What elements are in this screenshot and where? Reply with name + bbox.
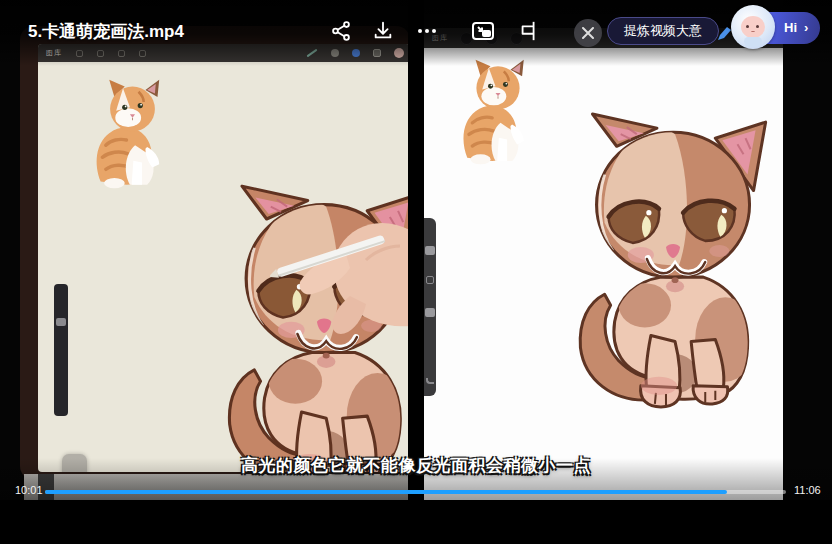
assistant-greeting: Hi — [784, 20, 797, 35]
chevron-right-icon: › — [804, 20, 808, 35]
modify-button-icon — [426, 276, 434, 284]
video-player: 图库 — [0, 0, 832, 544]
download-button[interactable] — [370, 18, 396, 44]
close-button[interactable] — [574, 19, 602, 47]
ipad-screen: 图库 — [38, 44, 410, 472]
summarize-video-button[interactable]: 提炼视频大意 — [607, 17, 719, 45]
reference-kitten-photo — [85, 78, 180, 190]
pencil-icon[interactable] — [716, 26, 732, 42]
cast-button[interactable] — [516, 18, 542, 44]
assistant-entry[interactable]: Hi › — [734, 12, 820, 44]
share-icon — [330, 20, 352, 42]
assistant-avatar — [731, 5, 775, 49]
video-content[interactable]: 图库 — [0, 0, 832, 500]
control-bar: 倍速 SVIP 超清 字幕 SVIP 查找 — [0, 500, 832, 544]
total-duration: 11:06 — [794, 484, 821, 496]
reference-kitten-photo — [452, 58, 544, 166]
more-options-button[interactable] — [414, 18, 440, 44]
top-overlay-bar: 5.卡通萌宠画法.mp4 — [0, 0, 832, 66]
assistant-body — [744, 37, 762, 47]
close-icon — [582, 27, 594, 39]
undo-icon — [426, 378, 434, 384]
screen-recording-view: 图库 — [424, 0, 783, 500]
progress-fill — [45, 490, 727, 494]
split-divider — [408, 0, 424, 500]
camera-view-ipad: 图库 — [0, 0, 410, 500]
video-title: 5.卡通萌宠画法.mp4 — [28, 20, 184, 43]
letterbox-strip — [783, 0, 832, 500]
download-icon — [372, 20, 394, 42]
cast-icon — [518, 20, 540, 42]
progress-bar[interactable] — [45, 490, 786, 494]
picture-in-picture-icon — [471, 20, 495, 42]
procreate-sidebar-slider — [424, 218, 436, 396]
pip-button[interactable] — [470, 18, 496, 44]
subtitle-text: 高光的颜色它就不能像反光面积会稍微小一点 — [66, 454, 766, 477]
assistant-face — [741, 16, 765, 38]
more-icon — [415, 20, 439, 42]
cartoon-cat-drawing — [552, 108, 783, 410]
artist-hand-with-pencil — [270, 190, 410, 400]
table-surface — [24, 474, 410, 500]
share-button[interactable] — [328, 18, 354, 44]
summarize-video-label: 提炼视频大意 — [624, 22, 702, 40]
procreate-sidebar-slider — [54, 284, 68, 416]
current-time: 10:01 — [15, 484, 43, 496]
